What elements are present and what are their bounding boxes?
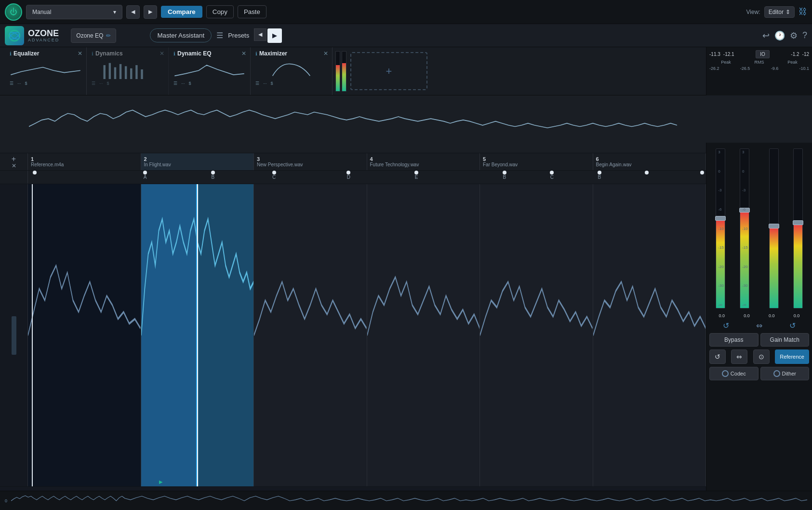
track-wave-6[interactable] (593, 184, 706, 486)
reference-button[interactable]: Reference (775, 349, 809, 364)
plugin-maximizer[interactable]: ℹ Maximizer ✕ ☰···$ (251, 47, 333, 95)
dither-button[interactable]: Dither (760, 367, 810, 380)
track-header-5[interactable]: 5 Far Beyond.wav (480, 153, 593, 170)
eq-name-box[interactable]: Ozone EQ ✏ (71, 28, 116, 43)
track-handle (12, 316, 16, 355)
track-wave-2[interactable]: ▶ (141, 184, 254, 486)
plugin-dynamics[interactable]: ℹ Dynamics ✕ ☰···$ (87, 47, 169, 95)
paste-button[interactable]: Paste (238, 5, 266, 18)
fader-track-4[interactable] (793, 148, 803, 309)
marker-letter-E: E (415, 174, 418, 180)
svg-rect-7 (125, 66, 127, 79)
fader-link-3[interactable]: ↺ (789, 321, 796, 330)
track-header-row: + ✕ 1 Reference.m4a 2 In Flight.wav 3 Ne… (0, 153, 706, 171)
marker-dot-B2 (503, 171, 506, 174)
bypass-button[interactable]: Bypass (709, 333, 759, 347)
track-header-4[interactable]: 4 Future Technology.wav (367, 153, 480, 170)
plugin-equalizer[interactable]: ℹ Equalizer ✕ ☰···$ (5, 47, 87, 95)
loop-button[interactable]: ↺ (709, 349, 726, 364)
fader-link-1[interactable]: ↺ (723, 321, 729, 330)
view-selector[interactable]: Editor ⇕ (764, 6, 795, 18)
nav-forward-button[interactable]: ▶ (144, 5, 157, 19)
marker-Bsec: B (503, 171, 506, 180)
view-label: View: (746, 9, 760, 15)
play-cursor-2 (197, 184, 198, 486)
list-icon[interactable]: ☰ (216, 31, 223, 40)
master-assistant-button[interactable]: Master Assistant (150, 28, 212, 42)
bottom-waveform[interactable] (11, 494, 807, 508)
track-waves-row[interactable]: ▶ (0, 184, 706, 487)
track-header-3[interactable]: 3 New Perspective.wav (254, 153, 367, 170)
sub-vals: -26.2 -26.5 -9.6 -10.1 (709, 66, 809, 71)
fader-val-1: 0.0 (744, 313, 750, 318)
codec-dither-row: Codec Dither (709, 367, 809, 380)
copy-button[interactable]: Copy (206, 5, 234, 18)
prev-button[interactable]: ◀ (254, 28, 266, 41)
plugin-dynamic-eq[interactable]: ℹ Dynamic EQ ✕ ☰···$ (169, 47, 251, 95)
settings-button[interactable]: ⚙ (790, 30, 798, 41)
svg-rect-9 (135, 65, 137, 79)
gainmatch-button[interactable]: Gain Match (760, 333, 810, 347)
fader-handle-4[interactable] (793, 220, 803, 225)
level-val1: -11.3 (709, 52, 720, 57)
undo-button[interactable]: ↩ (762, 30, 770, 41)
fader-col-4 (787, 148, 809, 309)
fader-track-1[interactable]: 30-3-6-10-15-20-30-∞ (716, 148, 725, 309)
marker-letter-B2: B (503, 174, 506, 180)
codec-button[interactable]: Codec (709, 367, 759, 380)
wave-svg-5 (480, 184, 593, 486)
track-header-1[interactable]: 1 Reference.m4a (28, 153, 141, 170)
app-sub: ADVANCED (28, 38, 59, 42)
close-maximizer[interactable]: ✕ (323, 50, 328, 57)
wave-svg-4 (367, 184, 480, 486)
close-dynamics[interactable]: ✕ (160, 50, 164, 57)
strip-pos: 0 (5, 498, 7, 503)
equalizer-label: Equalizer (13, 50, 39, 57)
marker-dot-C3 (645, 171, 649, 174)
close-equalizer[interactable]: ✕ (78, 50, 82, 57)
track-wave-ref[interactable] (28, 184, 141, 486)
help-button[interactable]: ? (802, 30, 807, 40)
wave-svg-6 (593, 184, 706, 486)
history-button[interactable]: 🕐 (774, 30, 785, 41)
maximizer-thumbnail (255, 60, 327, 79)
compare-icon-button[interactable]: ⊙ (753, 349, 770, 364)
add-track-button[interactable]: + (12, 155, 16, 163)
track-num-3: 3 (257, 156, 364, 162)
level-vals2: -1.2 -12 (791, 52, 809, 57)
marker-Cthird (645, 171, 649, 174)
close-dynamic-eq[interactable]: ✕ (241, 50, 246, 57)
eq-controls: ☰···$ (10, 81, 81, 86)
fader-handle-3[interactable] (769, 224, 779, 228)
preset-dropdown[interactable]: Manual ▾ (26, 5, 122, 19)
track-wave-3[interactable] (254, 184, 367, 486)
track-wave-4[interactable] (367, 184, 480, 486)
bypass-gainmatch: Bypass Gain Match (709, 333, 809, 347)
nav-back-button[interactable]: ◀ (126, 5, 140, 19)
link-icon[interactable]: ⛓ (799, 7, 807, 17)
track-header-6[interactable]: 6 Begin Again.wav (593, 153, 706, 170)
marker-start (33, 171, 37, 174)
track-header-2[interactable]: 2 In Flight.wav (141, 153, 254, 170)
track-handle-col (0, 184, 28, 486)
play-button[interactable]: ▶ (267, 28, 282, 43)
compare-button[interactable]: Compare (161, 6, 202, 18)
fader-link-2[interactable]: ⇔ (756, 321, 762, 330)
remove-track-button[interactable]: ✕ (12, 163, 16, 169)
wave-svg-3 (254, 184, 367, 486)
io-button[interactable]: IO (756, 50, 770, 58)
presets-button[interactable]: Presets (228, 32, 249, 39)
track-wave-5[interactable] (480, 184, 593, 486)
pencil-icon[interactable]: ✏ (106, 32, 111, 39)
fader-track-3[interactable] (769, 148, 779, 309)
codec-circle-icon (722, 370, 729, 377)
power-button[interactable]: ⏻ (5, 3, 22, 21)
track-num-1: 1 (31, 156, 138, 162)
swap-button[interactable]: ⇔ (731, 349, 747, 364)
dyn-controls: ☰···$ (92, 81, 163, 86)
svg-rect-3 (104, 65, 106, 79)
add-module-button[interactable]: + (350, 52, 427, 90)
meter-scale-2: 30-3-6-10-15-20-30-∞ (742, 149, 748, 308)
fader-track-2[interactable]: 30-3-6-10-15-20-30-∞ (740, 148, 749, 309)
equalizer-thumbnail (10, 60, 81, 79)
